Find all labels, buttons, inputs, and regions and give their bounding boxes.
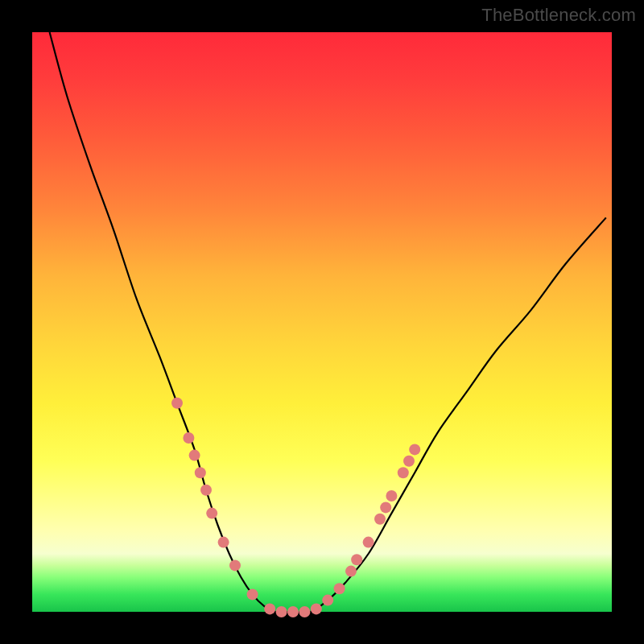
marker-group bbox=[171, 398, 420, 617]
data-marker bbox=[264, 603, 275, 614]
data-marker bbox=[218, 537, 229, 548]
data-marker bbox=[334, 583, 345, 594]
data-marker bbox=[386, 490, 397, 502]
data-marker bbox=[299, 606, 310, 617]
data-marker bbox=[200, 485, 212, 496]
data-marker bbox=[374, 514, 386, 525]
data-marker bbox=[363, 537, 374, 548]
data-marker bbox=[322, 595, 333, 606]
data-marker bbox=[206, 508, 217, 519]
plot-area bbox=[32, 32, 612, 612]
data-marker bbox=[351, 554, 362, 565]
data-marker bbox=[229, 559, 241, 571]
chart-container: TheBottleneck.com bbox=[0, 0, 644, 644]
data-marker bbox=[247, 588, 258, 600]
attribution-text: TheBottleneck.com bbox=[481, 5, 636, 26]
chart-svg bbox=[32, 32, 612, 612]
data-marker bbox=[311, 603, 322, 614]
data-marker bbox=[398, 467, 409, 478]
data-marker bbox=[380, 502, 391, 513]
data-marker bbox=[195, 467, 206, 478]
bottleneck-curve bbox=[50, 32, 606, 613]
data-marker bbox=[183, 432, 194, 444]
data-marker bbox=[409, 444, 420, 455]
data-marker bbox=[345, 566, 357, 577]
data-marker bbox=[171, 398, 183, 409]
data-marker bbox=[403, 456, 415, 467]
data-marker bbox=[189, 450, 200, 461]
data-marker bbox=[276, 606, 287, 617]
data-marker bbox=[287, 606, 299, 617]
